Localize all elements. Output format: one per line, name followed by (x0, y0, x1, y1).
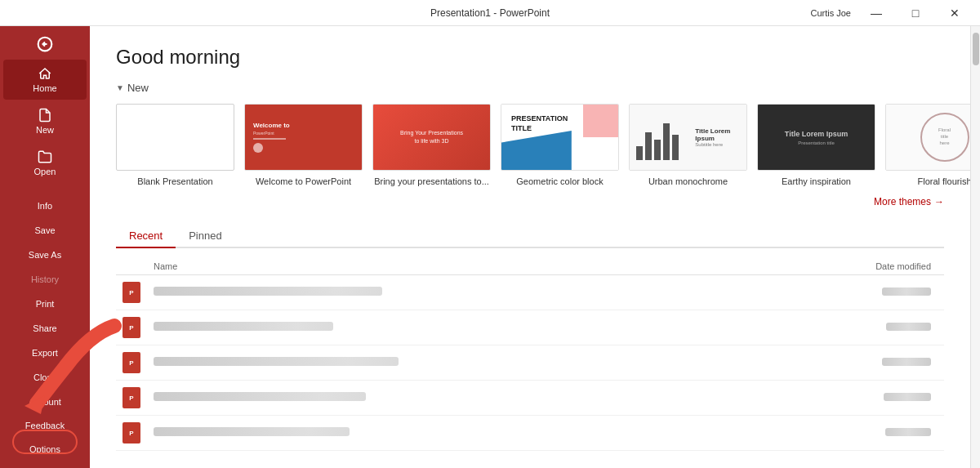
template-thumb-3d: Bring Your Presentationsto life with 3D (372, 104, 491, 171)
sidebar-item-export[interactable]: Export (3, 341, 87, 364)
thumb-earthy-inner: Title Lorem Ipsum Presentation title (785, 130, 848, 145)
scrollbar-track[interactable] (970, 26, 980, 468)
thumb-floral-bg: Floraltitlehere (886, 105, 970, 170)
save-as-label: Save As (29, 250, 61, 260)
save-label: Save (34, 225, 55, 235)
thumb-geometric-title: PRESENTATIONTITLE (511, 114, 568, 133)
more-themes-link[interactable]: More themes → (874, 196, 944, 207)
thumb-urban-text: Title Lorem Ipsum Subtitle here (695, 127, 730, 147)
close-button[interactable]: ✕ (936, 0, 973, 26)
col-icon (116, 258, 147, 275)
thumb-welcome-line (253, 138, 286, 140)
table-row[interactable]: P (116, 275, 944, 310)
table-row[interactable]: P (116, 416, 944, 451)
file-icon-cell: P (116, 345, 147, 381)
template-thumb-earthy: Title Lorem Ipsum Presentation title (757, 104, 875, 171)
sidebar-item-history: History (3, 268, 87, 291)
template-3d[interactable]: Bring Your Presentationsto life with 3D … (372, 104, 491, 187)
template-label-welcome: Welcome to PowerPoint (256, 176, 351, 187)
print-label: Print (36, 299, 55, 309)
sidebar-item-print[interactable]: Print (3, 292, 87, 315)
user-info: Curtis Joe (810, 8, 851, 18)
date-blur (882, 287, 931, 296)
template-thumb-floral: Floraltitlehere (885, 104, 970, 171)
title-bar: Presentation1 - PowerPoint Curtis Joe — … (0, 0, 980, 26)
new-section-label: New (127, 82, 149, 94)
sidebar-item-feedback[interactable]: Feedback (3, 414, 87, 437)
thumb-geometric-blue (501, 131, 572, 170)
file-name-cell (147, 416, 764, 451)
window-title: Presentation1 - PowerPoint (430, 7, 550, 19)
greeting-heading: Good morning (116, 46, 944, 69)
file-name-blur (154, 427, 350, 436)
bar3 (654, 140, 661, 160)
sidebar-item-open[interactable]: Open (3, 143, 87, 183)
col-name: Name (147, 258, 764, 275)
title-bar-right: Curtis Joe — □ ✕ (810, 0, 973, 26)
arrow-right-icon: → (934, 196, 944, 207)
back-button[interactable] (0, 29, 90, 59)
file-tabs: Recent Pinned (116, 225, 944, 248)
template-label-floral: Floral flourish (917, 176, 970, 187)
template-geometric[interactable]: PRESENTATIONTITLE Geometric color block (501, 104, 619, 187)
sidebar-item-new[interactable]: New (3, 101, 87, 141)
table-row[interactable]: P (116, 381, 944, 416)
thumb-geometric-pink (583, 105, 618, 137)
template-label-blank: Blank Presentation (137, 176, 212, 187)
main-content: Good morning ▼ New Blank Presentation We… (90, 26, 970, 468)
template-thumb-geometric: PRESENTATIONTITLE (501, 104, 619, 171)
template-blank[interactable]: Blank Presentation (116, 104, 234, 187)
template-label-earthy: Earthy inspiration (782, 176, 851, 187)
table-row[interactable]: P (116, 310, 944, 345)
bar2 (645, 132, 652, 160)
ppt-icon: P (122, 352, 140, 373)
ppt-icon: P (122, 317, 140, 338)
templates-row: Blank Presentation Welcome to PowerPoint… (116, 104, 944, 187)
new-section-header[interactable]: ▼ New (116, 82, 944, 94)
file-date-cell (764, 381, 944, 416)
close-label: Close (33, 372, 56, 382)
open-icon (38, 149, 52, 164)
account-label: Account (29, 397, 61, 407)
template-thumb-welcome: Welcome to PowerPoint (244, 104, 363, 171)
thumb-floral-circle: Floraltitlehere (920, 113, 969, 162)
files-table: Name Date modified P P P (116, 258, 944, 451)
template-earthy[interactable]: Title Lorem Ipsum Presentation title Ear… (757, 104, 875, 187)
bar1 (636, 146, 643, 160)
file-date-cell (764, 416, 944, 451)
export-label: Export (32, 348, 58, 358)
template-thumb-blank (116, 104, 234, 171)
thumb-3d-text: Bring Your Presentationsto life with 3D (400, 129, 463, 145)
sidebar-item-account[interactable]: Account (3, 390, 87, 413)
date-blur (884, 393, 931, 401)
new-icon (38, 108, 52, 123)
maximize-button[interactable]: □ (897, 0, 934, 26)
template-welcome[interactable]: Welcome to PowerPoint Welcome to PowerPo… (244, 104, 363, 187)
scrollbar-thumb[interactable] (973, 33, 979, 65)
thumb-welcome-text2: PowerPoint (253, 131, 274, 136)
history-label: History (31, 274, 59, 284)
file-date-cell (764, 275, 944, 310)
sidebar-item-options[interactable]: Options (3, 438, 87, 461)
sidebar-item-home[interactable]: Home (3, 60, 87, 100)
tab-recent[interactable]: Recent (116, 225, 176, 248)
sidebar-item-close[interactable]: Close (3, 366, 87, 389)
file-icon-cell: P (116, 416, 147, 451)
template-urban[interactable]: Title Lorem Ipsum Subtitle here Urban mo… (629, 104, 747, 187)
sidebar: Home New Open Info Save Save As (0, 26, 90, 468)
sidebar-item-info[interactable]: Info (3, 194, 87, 217)
thumb-welcome-dot (253, 143, 263, 153)
template-floral[interactable]: Floraltitlehere Floral flourish (885, 104, 970, 187)
ppt-icon: P (122, 422, 140, 443)
tab-pinned[interactable]: Pinned (176, 225, 234, 248)
col-date: Date modified (764, 258, 944, 275)
options-label: Options (29, 444, 60, 454)
file-date-cell (764, 345, 944, 381)
file-name-cell (147, 381, 764, 416)
sidebar-item-save-as[interactable]: Save As (3, 243, 87, 266)
sidebar-item-save[interactable]: Save (3, 219, 87, 242)
file-name-blur (154, 322, 333, 331)
sidebar-item-share[interactable]: Share (3, 317, 87, 340)
minimize-button[interactable]: — (858, 0, 895, 26)
table-row[interactable]: P (116, 345, 944, 381)
